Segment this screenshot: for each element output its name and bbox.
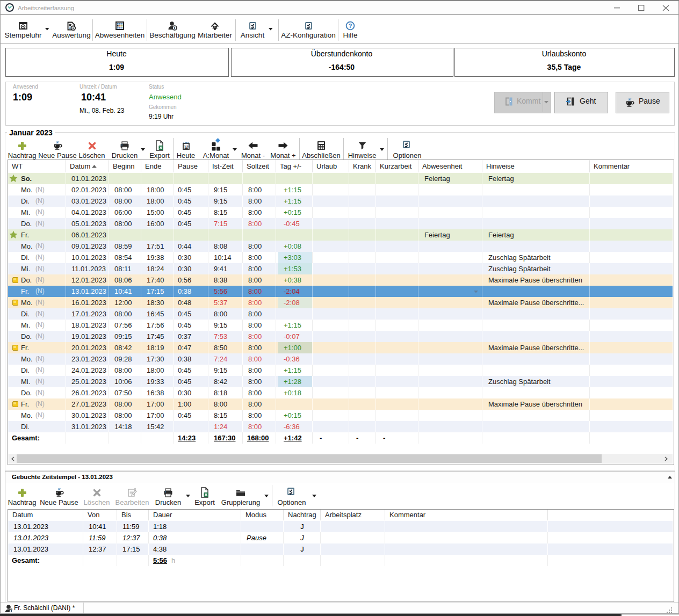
svg-text:?: ? [349, 23, 352, 29]
